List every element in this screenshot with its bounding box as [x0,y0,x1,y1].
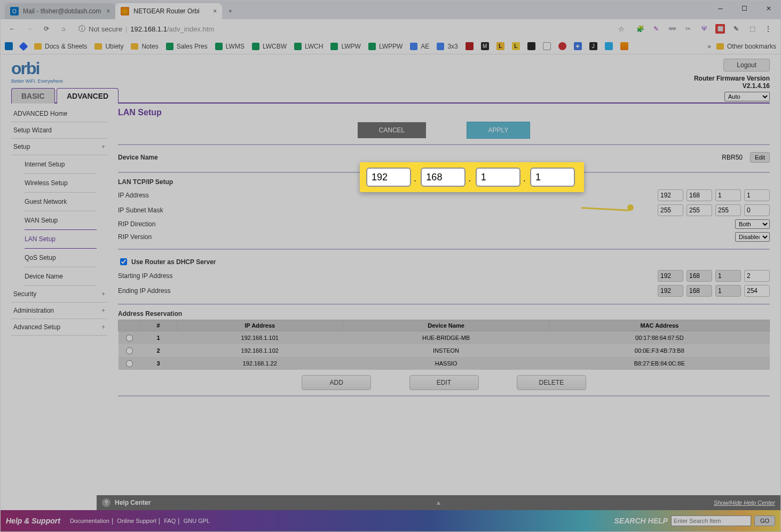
extension-icons: 🧩 ✎ 👓 ✂ Ψ ⬜ ✎ ⬚ ⋮ [632,24,776,34]
ext-icon[interactable]: 🧩 [635,24,645,34]
bookmark-lwms[interactable]: LWMS [215,43,244,50]
address-bar[interactable]: ⓘ Not secure | 192.168.1.1/adv_index.htm… [73,21,630,36]
maximize-button[interactable]: ☐ [732,1,756,17]
bookmark[interactable]: L [496,42,504,50]
bookmark[interactable]: L [512,42,520,50]
back-button[interactable]: ← [5,21,20,36]
reload-button[interactable]: ⟳ [39,21,54,36]
bookmark-lwcbw[interactable]: LWCBW [252,43,287,50]
sidebar-wireless-setup[interactable]: Wireless Setup [25,174,97,193]
start-octet-4[interactable] [744,270,770,282]
link-faq[interactable]: FAQ [164,518,176,524]
subnet-octet-2[interactable] [687,204,712,216]
tab-basic[interactable]: BASIC [11,88,55,104]
bookmark-sales[interactable]: Sales Pres [166,43,208,50]
close-icon[interactable]: × [208,7,217,15]
show-hide-help[interactable]: Show/Hide Help Center [714,499,775,506]
home-button[interactable]: ⌂ [56,21,71,36]
row-radio[interactable] [126,360,133,367]
apply-button[interactable]: APPLY [467,122,531,139]
edit-reservation-button[interactable]: EDIT [409,375,479,390]
bookmark[interactable] [527,42,535,50]
ip-octet-4[interactable] [744,189,770,201]
menu-icon[interactable]: ⋮ [763,24,773,34]
bookmark-docs[interactable]: Docs & Sheets [34,43,87,50]
sidebar-device-name[interactable]: Device Name [25,267,97,286]
bookmark-lwch[interactable]: LWCH [294,43,323,50]
sidebar-setup-wizard[interactable]: Setup Wizard [11,122,107,139]
ip-octet-2[interactable] [687,189,712,201]
sidebar-advanced-setup[interactable]: Advanced Setup [11,319,107,336]
refresh-mode-select[interactable]: Auto [724,92,770,101]
tab-router[interactable]: NETGEAR Router Orbi × [115,3,222,19]
delete-button[interactable]: DELETE [517,375,586,390]
help-center-bar[interactable]: ? Help Center ▲ Show/Hide Help Center [97,495,780,510]
link-documentation[interactable]: Documentation [70,518,109,524]
ip-octet-1[interactable] [658,189,683,201]
sidebar-qos-setup[interactable]: QoS Setup [25,249,97,267]
go-button[interactable]: GO [754,515,775,526]
bookmark-3x3[interactable]: 3x3 [437,43,457,50]
bookmark-ae[interactable]: AE [410,43,429,50]
link-gnu[interactable]: GNU GPL [184,518,210,524]
dhcp-checkbox[interactable] [120,258,127,265]
bookmark[interactable] [466,42,474,50]
bookmark-ubiety[interactable]: Ubiety [94,43,123,50]
row-radio[interactable] [126,347,133,354]
chevron-up-icon[interactable]: ▲ [436,499,442,506]
main-tabs: BASIC ADVANCED [11,87,770,104]
bookmark[interactable] [558,42,566,50]
sidebar-wan-setup[interactable]: WAN Setup [25,211,97,230]
sidebar-internet-setup[interactable]: Internet Setup [25,155,97,174]
ext-icon[interactable]: ✎ [731,24,741,34]
rip-version-select[interactable]: Disabled [735,232,770,242]
bookmark[interactable]: J [589,42,597,50]
ext-icon[interactable]: 👓 [667,24,677,34]
link-online-support[interactable]: Online Support [117,518,156,524]
sidebar-lan-setup[interactable]: LAN Setup [25,229,97,249]
sidebar-guest-network[interactable]: Guest Network [25,193,97,211]
row-radio[interactable] [126,335,133,342]
forward-button[interactable]: → [22,21,37,36]
close-icon[interactable]: × [101,7,110,15]
other-bookmarks[interactable]: Other bookmarks [716,43,776,50]
end-octet-4[interactable] [744,285,770,297]
bookmark[interactable] [605,42,613,50]
ext-icon[interactable]: ⬜ [715,24,725,34]
ext-icon[interactable]: ✂ [683,24,693,34]
subnet-octet-4[interactable] [744,204,770,216]
bookmark-notes[interactable]: Notes [131,43,158,50]
search-input[interactable] [671,515,751,526]
star-icon[interactable]: ☆ [618,25,625,33]
close-window-button[interactable]: ✕ [756,1,780,17]
sidebar-advanced-home[interactable]: ADVANCED Home [11,106,107,122]
subnet-octet-3[interactable] [715,204,741,216]
ext-icon[interactable]: ✎ [651,24,661,34]
bookmark[interactable] [620,42,628,50]
bookmark[interactable]: M [481,42,489,50]
add-button[interactable]: ADD [302,375,371,390]
rip-direction-select[interactable]: Both [735,219,770,229]
sidebar-security[interactable]: Security [11,286,107,303]
ip-octet-3[interactable] [715,189,741,201]
sidebar-setup[interactable]: Setup [11,139,107,155]
sidebar-administration[interactable]: Administration [11,303,107,319]
bookmark-lwpw[interactable]: LWPW [330,43,360,50]
row-device: HASSIO [343,357,549,370]
minimize-button[interactable]: ─ [708,1,732,17]
subnet-octet-1[interactable] [658,204,683,216]
bookmark[interactable] [5,42,13,50]
tab-mail[interactable]: O Mail - tfisher@dotdash.com × [5,3,115,19]
new-tab-button[interactable]: + [222,3,238,19]
edit-button[interactable]: Edit [750,152,770,163]
bookmark-lwppw[interactable]: LWPPW [368,43,403,50]
tab-advanced[interactable]: ADVANCED [57,88,119,104]
bookmark[interactable]: ✦ [574,42,582,50]
ext-icon[interactable]: Ψ [699,24,709,34]
ext-icon[interactable]: ⬚ [747,24,757,34]
bookmark[interactable] [543,42,551,50]
cancel-button[interactable]: CANCEL [358,122,427,138]
logout-button[interactable]: Logout [723,59,770,72]
bookmark-overflow[interactable]: » [707,43,711,50]
bookmark[interactable] [20,43,27,50]
